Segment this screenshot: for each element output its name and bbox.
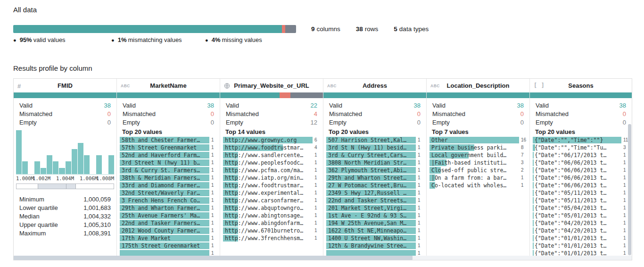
value-row[interactable]: Private business parki…8 [427,144,529,151]
value-row[interactable]: 22nd and Tasker Farmers…1 [117,220,220,227]
value-row[interactable]: 201 Market Street,Virgi…1 [323,205,426,212]
value-row[interactable]: 52nd and Haverford Farm…1 [117,152,220,159]
histogram-bin[interactable] [78,143,83,174]
value-row[interactable]: http://www.experimental…1 [220,190,323,197]
value-row[interactable]: 3rd Street N (hwy 11) b…1 [117,159,220,167]
value-row[interactable]: http://www.sandlercente…1 [220,152,323,159]
histogram-bin[interactable] [41,168,46,174]
value-row[interactable]: 57th Street Greenmarket1 [117,144,220,151]
value-row[interactable]: {"Date":"05/11/2013 t…1 [530,190,632,197]
value-bar-wrap: 3808 North Meridian Str… [326,159,416,167]
value-row[interactable]: 2012 Wood County Farmer…1 [117,227,220,234]
value-row[interactable]: 194 W 25th Avenue,San M…1 [323,220,426,227]
value-row[interactable]: 17th Ave Market1 [117,235,220,242]
value-row[interactable]: {"Date":"06/06/2013 t…1 [530,159,632,167]
column-quality-bar[interactable] [530,92,632,98]
value-row[interactable]: {"Date":"05/04/2013 t…1 [530,205,632,212]
value-row[interactable]: http://www.abingdonfarm…1 [220,220,323,227]
value-row[interactable]: Local government build…7 [427,152,529,159]
value-row[interactable]: Other16 [427,137,529,144]
value-row[interactable]: 29th and Wharton Street…1 [323,175,426,182]
value-row[interactable]: 27 W Potomac Street,Bru…1 [323,182,426,189]
value-row[interactable]: 3rd & Curry St. Farmers…1 [117,167,220,174]
value-row[interactable]: {"Date":"05/01/2013 t…1 [530,212,632,219]
value-row[interactable]: 33rd and Diamond Farmer…1 [117,182,220,189]
value-row[interactable]: http://www.6701burnetro…1 [220,227,323,234]
value-row[interactable]: Co-located with wholes…1 [427,182,529,189]
value-row[interactable]: http://www.peoplesfoodc…1 [220,159,323,167]
column-quality-bar[interactable] [220,92,323,98]
value-row[interactable]: {"Date":"06/06/2013 t…1 [530,175,632,182]
histogram-bin[interactable] [108,155,114,174]
range-slider[interactable] [16,184,114,189]
value-row[interactable]: {"Date":"","Time":""}115 [530,137,632,144]
value-row[interactable]: 22nd and Tasker Streets…1 [323,197,426,204]
value-row[interactable]: {"Date":"06/17/2013 t…1 [530,152,632,159]
value-row[interactable]: {"Date":"01/01/2013 t…1 [530,235,632,242]
value-row[interactable]: 38th & Meridian Farmers…1 [117,175,220,182]
value-row[interactable]: 1st Ave - E 92nd & 93 S…1 [323,212,426,219]
column-header-Primary_Website_or_URL[interactable]: Primary_Website_or_URL [220,79,323,92]
value-row[interactable]: 29th and Wharton Farmer…1 [117,205,220,212]
value-row[interactable]: 3rd & Curry Street,Cars…1 [323,152,426,159]
value-row[interactable]: http://www.pcfma.com/ma…1 [220,167,323,174]
value-row[interactable]: 58th and Chester Farmer…1 [117,137,220,144]
slider-selection[interactable] [38,184,75,189]
value-row[interactable]: 2349 S Hwy 127,Russell …1 [323,190,426,197]
value-row[interactable]: 12th & Brandywine Stree…1 [323,242,426,250]
value-row[interactable]: {"Date":"01/01/2013 t…1 [530,242,632,250]
value-row[interactable]: http://www.abingtonsage…1 [220,212,323,219]
histogram-bin[interactable] [59,168,65,174]
value-row[interactable]: {"Date":"06/06/2013 t…1 [530,167,632,174]
column-header-Address[interactable]: ABCAddress [323,79,426,92]
value-row[interactable]: http://www.grownyc.org6 [220,137,323,144]
histogram-bin[interactable] [47,155,52,174]
histogram-bin[interactable] [34,161,40,174]
column-header-Seasons[interactable]: [ ]Seasons [530,79,632,92]
value-row[interactable]: {"Date":"06/06/2013 t…1 [530,182,632,189]
value-row[interactable]: |On a farm from: a bar…1 [427,175,529,182]
value-label: 57th Street Greenmarket [120,144,209,151]
histogram-bin[interactable] [66,161,71,174]
column-quality-bar[interactable] [117,92,220,98]
value-row[interactable]: Closed-off public stre…2 [427,167,529,174]
value-row[interactable]: {"Date":"","Time":"Tu…3 [530,144,632,151]
column-quality-bar[interactable] [427,92,529,98]
histogram-bin[interactable] [22,161,28,174]
horizontal-scrollbar[interactable] [14,256,632,260]
valid-segment [220,92,280,98]
value-row[interactable]: {"Date":"04/20/2013 t…1 [530,227,632,234]
histogram-bin[interactable] [16,130,22,174]
value-row[interactable]: 3 French Hens French Co…1 [117,197,220,204]
histogram-bin[interactable] [72,149,77,174]
column-quality-bar[interactable] [323,92,426,98]
value-row[interactable]: http://www.foodtrustmar…4 [220,144,323,151]
value-bar-wrap: 3rd St N (Hwy 11) besid… [326,144,416,151]
vertical-scrollbar[interactable] [628,124,631,255]
value-row[interactable]: 3rd St N (Hwy 11) besid…1 [323,144,426,151]
value-row[interactable]: 25th Avenue Farmers' Ma…1 [117,212,220,219]
value-row[interactable]: 507 Harrison Street,Kal…1 [323,137,426,144]
value-row[interactable]: |Faith-based instituti…3 [427,159,529,167]
value-row[interactable]: http://www.iatp.org/min…1 [220,175,323,182]
value-row[interactable]: 32nd Street/Waverly Far…1 [117,190,220,197]
column-header-MarketName[interactable]: ABCMarketName [117,79,220,92]
value-row[interactable]: http://www.carsonfarmer…1 [220,197,323,204]
value-row[interactable]: 1622 6th St NE,Minneapo…1 [323,227,426,234]
histogram-bin[interactable] [84,155,90,174]
value-row[interactable]: http://www.abquptowngro…1 [220,205,323,212]
column-quality-bar[interactable] [14,92,116,98]
value-row[interactable]: 3808 North Meridian Str…1 [323,159,426,167]
value-row[interactable]: {"Date":"04/20/2013 t…1 [530,220,632,227]
column-header-Location_Description[interactable]: ABCLocation_Description [427,79,529,92]
value-row[interactable]: 1400 U Street NW,Washin…1 [323,235,426,242]
value-row[interactable]: 362 Plymouth Street,Abi…1 [323,167,426,174]
histogram-bin[interactable] [53,161,58,174]
value-row[interactable]: http://www.foodtrustmar…1 [220,182,323,189]
scrollbar-thumb[interactable] [14,256,413,260]
value-row[interactable]: http://www.3frenchhensm…1 [220,235,323,242]
column-header-FMID[interactable]: #FMID [14,79,116,92]
histogram-bin[interactable] [96,155,102,174]
value-row[interactable]: {"Date":"05/11/2013 t…1 [530,197,632,204]
value-row[interactable]: 175th Street Greenmarket1 [117,242,220,250]
